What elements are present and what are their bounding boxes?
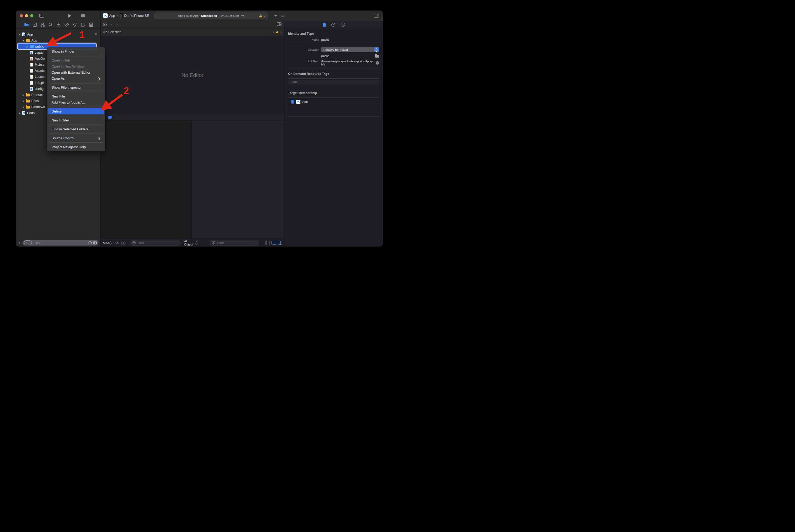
file-label: Assets [35, 69, 45, 73]
folder-icon [26, 106, 30, 109]
project-navigator-tab-icon[interactable] [24, 23, 29, 26]
divider [288, 88, 379, 88]
debug-navigator-tab-icon[interactable] [73, 22, 77, 27]
variables-filter-input[interactable] [137, 241, 178, 245]
tree-row-project-app[interactable]: App M [16, 31, 101, 37]
file-inspector-tab-icon[interactable] [323, 23, 326, 27]
menu-item-delete[interactable]: Delete [48, 108, 104, 114]
open-path-arrow-icon[interactable]: ➜ [376, 61, 379, 65]
file-label: Main.s [35, 63, 44, 66]
filter-options-icon[interactable]: ≡⌄ [24, 241, 32, 245]
next-issue-button[interactable]: › [281, 30, 282, 34]
tree-row-app-folder[interactable]: App [16, 37, 101, 43]
choose-folder-icon[interactable] [375, 55, 379, 58]
menu-item-open-in-new-window[interactable]: Open in New Window [47, 63, 105, 70]
menu-item-show-file-inspector[interactable]: Show File Inspector [47, 84, 105, 90]
target-membership-row[interactable]: ✓ App [291, 100, 377, 104]
scheme-chevron: 〉 [116, 14, 118, 18]
scheme-selector[interactable]: App 〉 [103, 14, 118, 18]
disclosure-chevron-icon[interactable] [22, 100, 24, 102]
toggle-inspector-icon[interactable] [374, 14, 379, 18]
toggle-variables-view-icon[interactable] [271, 241, 276, 245]
disclosure-chevron-icon[interactable] [19, 33, 21, 36]
run-button[interactable] [68, 14, 71, 18]
quicklook-eye-icon[interactable] [115, 241, 120, 244]
library-add-button[interactable]: + [274, 13, 277, 19]
add-editor-icon[interactable] [277, 22, 282, 26]
clear-console-trash-icon[interactable] [265, 241, 268, 245]
tags-field[interactable] [288, 78, 379, 85]
name-value[interactable]: public [321, 38, 329, 41]
add-file-button[interactable]: + [18, 240, 20, 246]
code-review-icon[interactable]: ⇄ [281, 13, 285, 18]
dropdown-stepper-icon [374, 47, 379, 52]
related-items-icon[interactable] [103, 23, 107, 26]
source-control-navigator-tab-icon[interactable] [33, 23, 37, 27]
run-destination-selector[interactable]: Dan's iPhone SE [120, 14, 149, 18]
full-path-value: /Users/dan/git/capacitor-testapp/ios/App… [321, 60, 375, 66]
console-filter-field[interactable] [210, 240, 259, 246]
menu-item-project-navigator-help[interactable]: Project Navigator Help [47, 144, 105, 150]
disclosure-chevron-icon[interactable] [22, 94, 24, 96]
zoom-window-button[interactable] [30, 14, 33, 17]
tags-input[interactable] [290, 80, 377, 83]
location-dropdown[interactable]: Relative to Project [321, 47, 379, 52]
menu-item-open-in-tab[interactable]: Open in Tab [47, 57, 105, 63]
menu-item-show-in-finder[interactable]: Show in Finder [47, 49, 105, 54]
console-filter-input[interactable] [217, 241, 257, 245]
forward-button[interactable]: › [116, 22, 118, 26]
navigator-filter-field[interactable]: ≡⌄ [22, 240, 98, 246]
menu-separator [50, 56, 103, 56]
app-target-icon [296, 100, 301, 104]
target-checkbox[interactable]: ✓ [291, 100, 294, 103]
menu-separator [50, 125, 103, 125]
menu-item-source-control[interactable]: Source Control ❯ [47, 135, 105, 141]
menu-item-open-as[interactable]: Open As ❯ [47, 75, 105, 81]
menu-item-new-file[interactable]: New File [47, 93, 105, 99]
source-control-filter-icon[interactable] [93, 241, 97, 244]
report-navigator-tab-icon[interactable] [89, 23, 93, 27]
menu-item-new-folder[interactable]: New Folder [47, 117, 105, 123]
toggle-console-view-icon[interactable] [278, 241, 282, 245]
activity-status[interactable]: App | Build App: Succeeded | 1/4/21 at 5… [154, 12, 268, 19]
info-icon[interactable]: i [121, 241, 126, 245]
issue-navigator-tab-icon[interactable] [56, 23, 61, 26]
disclosure-chevron-icon[interactable] [26, 45, 29, 48]
navigator-filter-input[interactable] [33, 241, 87, 245]
recent-files-clock-icon[interactable] [88, 241, 92, 244]
symbol-navigator-tab-icon[interactable] [40, 23, 45, 27]
menu-item-open-with-external-editor[interactable]: Open with External Editor [47, 70, 105, 75]
minimize-window-button[interactable] [25, 14, 28, 17]
history-inspector-tab-icon[interactable] [331, 23, 336, 27]
toggle-navigator-icon[interactable] [39, 14, 44, 18]
find-navigator-tab-icon[interactable] [49, 23, 53, 27]
disclosure-chevron-icon[interactable] [22, 39, 24, 41]
folder-icon [26, 39, 30, 42]
disclosure-chevron-icon[interactable] [19, 112, 21, 114]
disclosure-chevron-icon[interactable] [22, 106, 24, 108]
jump-bar[interactable]: No Selection ‹ › [101, 28, 284, 36]
warning-count-badge[interactable]: 2 [259, 14, 265, 17]
menu-item-find-in-selected-folders[interactable]: Find in Selected Folders… [47, 126, 105, 132]
editor-placeholder: No Editor [101, 36, 284, 114]
stop-button[interactable] [81, 14, 85, 17]
variables-view[interactable] [101, 120, 192, 239]
file-label: App [31, 39, 37, 42]
menu-item-add-files[interactable]: Add Files to “public”… [47, 99, 105, 106]
status-prefix: App | Build App: [178, 14, 200, 17]
issue-warning-icon[interactable] [275, 31, 279, 33]
console-scope-select[interactable]: All Output [184, 240, 198, 246]
console-view[interactable] [192, 120, 284, 239]
breakpoints-toggle-icon[interactable] [108, 116, 112, 119]
back-button[interactable]: ‹ [111, 22, 112, 26]
variables-filter-field[interactable] [130, 240, 180, 246]
variables-scope-select[interactable]: Auto [103, 241, 111, 244]
swift-file-icon [30, 57, 33, 60]
close-window-button[interactable] [20, 14, 23, 17]
breakpoint-navigator-tab-icon[interactable] [81, 23, 86, 26]
quick-help-inspector-tab-icon[interactable]: ? [341, 23, 345, 27]
plist-file-icon [30, 81, 33, 84]
editor-tab-bar: ‹ › [101, 21, 284, 28]
test-navigator-tab-icon[interactable] [65, 23, 69, 27]
previous-issue-button[interactable]: ‹ [273, 30, 274, 34]
